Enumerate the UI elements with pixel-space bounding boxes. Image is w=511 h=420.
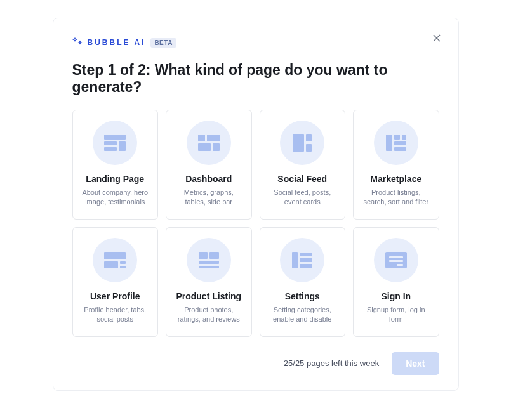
brand-header: BUBBLE AI BETA — [72, 36, 439, 49]
sign-in-icon — [374, 238, 418, 282]
svg-rect-10 — [293, 134, 304, 152]
option-desc: Metrics, graphs, tables, side bar — [173, 188, 245, 207]
svg-rect-21 — [120, 266, 126, 268]
option-title: Dashboard — [173, 174, 245, 184]
social-feed-icon — [280, 121, 324, 165]
option-desc: Setting categories, enable and disable — [267, 305, 339, 325]
option-dashboard[interactable]: Dashboard Metrics, graphs, tables, side … — [166, 110, 252, 220]
svg-rect-18 — [104, 252, 126, 259]
svg-rect-7 — [207, 135, 220, 141]
svg-rect-2 — [104, 135, 126, 140]
svg-rect-26 — [292, 252, 298, 268]
option-title: Marketplace — [360, 174, 432, 184]
option-title: Social Feed — [267, 174, 339, 184]
svg-rect-13 — [386, 135, 392, 151]
option-user-profile[interactable]: User Profile Profile header, tabs, socia… — [72, 227, 159, 337]
svg-rect-16 — [394, 141, 406, 145]
svg-rect-9 — [213, 143, 220, 151]
option-social-feed[interactable]: Social Feed Social feed, posts, event ca… — [260, 110, 346, 220]
svg-rect-3 — [104, 141, 117, 145]
svg-rect-27 — [300, 253, 312, 256]
option-product-listing[interactable]: Product Listing Product photos, ratings,… — [166, 227, 252, 337]
svg-rect-24 — [199, 261, 219, 264]
footer: 25/25 pages left this week Next — [72, 352, 439, 375]
dashboard-icon — [187, 121, 231, 165]
landing-page-icon — [93, 121, 137, 165]
option-desc: Social feed, posts, event cards — [267, 188, 339, 207]
svg-rect-4 — [119, 141, 126, 151]
svg-rect-31 — [389, 256, 403, 258]
option-desc: Product photos, ratings, and reviews — [173, 305, 245, 325]
next-button[interactable]: Next — [392, 352, 439, 375]
svg-rect-25 — [199, 266, 219, 268]
svg-rect-33 — [397, 264, 403, 266]
brand-name: BUBBLE AI — [88, 38, 146, 47]
option-title: Settings — [267, 291, 339, 301]
option-title: User Profile — [79, 291, 152, 301]
option-desc: Signup form, log in form — [360, 305, 432, 325]
option-landing-page[interactable]: Landing Page About company, hero image, … — [72, 110, 159, 220]
modal-dialog: BUBBLE AI BETA Step 1 of 2: What kind of… — [53, 18, 459, 391]
svg-rect-29 — [300, 264, 312, 268]
svg-rect-20 — [120, 261, 126, 264]
option-title: Sign In — [360, 291, 432, 301]
svg-rect-19 — [104, 261, 118, 268]
svg-rect-23 — [209, 252, 219, 259]
svg-rect-28 — [300, 258, 312, 262]
svg-rect-6 — [198, 135, 205, 141]
option-title: Product Listing — [173, 291, 245, 301]
svg-rect-22 — [199, 252, 208, 259]
svg-rect-11 — [306, 134, 312, 141]
svg-rect-12 — [306, 144, 312, 152]
marketplace-icon — [374, 121, 418, 165]
option-desc: Profile header, tabs, social posts — [79, 305, 152, 325]
product-listing-icon — [187, 238, 231, 282]
sparkle-icon — [72, 36, 83, 49]
svg-rect-15 — [402, 135, 406, 140]
page-title: Step 1 of 2: What kind of page do you wa… — [72, 62, 439, 96]
close-icon — [433, 33, 441, 44]
quota-text: 25/25 pages left this week — [284, 358, 379, 368]
option-sign-in[interactable]: Sign In Signup form, log in form — [353, 227, 439, 337]
option-settings[interactable]: Settings Setting categories, enable and … — [260, 227, 346, 337]
option-desc: About company, hero image, testimonials — [79, 188, 152, 207]
settings-icon — [280, 238, 324, 282]
option-desc: Product listings, search, sort and filte… — [360, 188, 432, 207]
svg-rect-17 — [394, 147, 406, 151]
svg-rect-8 — [198, 143, 211, 151]
svg-rect-32 — [389, 260, 403, 262]
option-marketplace[interactable]: Marketplace Product listings, search, so… — [353, 110, 439, 220]
svg-rect-14 — [394, 135, 400, 140]
option-title: Landing Page — [79, 174, 152, 184]
svg-rect-5 — [104, 147, 117, 151]
close-button[interactable] — [430, 32, 443, 45]
options-grid: Landing Page About company, hero image, … — [72, 110, 439, 337]
beta-badge: BETA — [150, 38, 176, 48]
user-profile-icon — [93, 238, 137, 282]
